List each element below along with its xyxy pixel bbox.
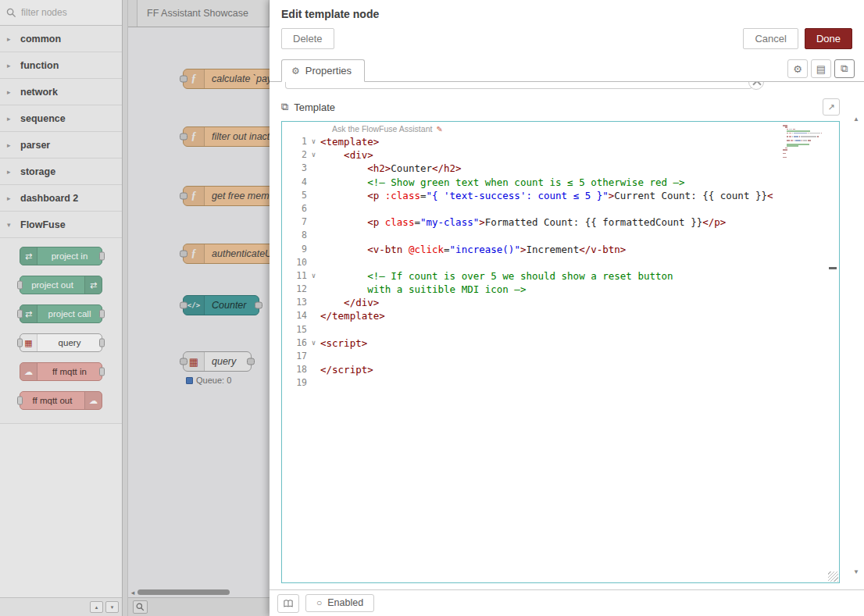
code-line: 11∨ <!— If count is over 5 we should sho… <box>282 269 839 283</box>
flow-node-filter-out-inacti[interactable]: ƒfilter out inacti <box>183 126 270 147</box>
done-button[interactable]: Done <box>805 28 852 49</box>
expand-all-button[interactable]: ▾ <box>105 601 119 613</box>
code-editor[interactable]: Ask the FlowFuse Assistant ✎ 1∨<template… <box>281 121 840 583</box>
assistant-hint-text: Ask the FlowFuse Assistant <box>332 124 432 134</box>
node-port[interactable] <box>255 302 262 309</box>
code-text[interactable]: <v-btn @click="increase()">Increment</v-… <box>320 243 626 256</box>
chevron-down-icon: ▾ <box>7 221 15 229</box>
code-line: 4 <!— Show green text when count is ≤ 5 … <box>282 176 839 189</box>
delete-button[interactable]: Delete <box>281 28 334 49</box>
category-label: FlowFuse <box>20 219 66 230</box>
tab-properties[interactable]: ⚙ Properties <box>281 59 365 82</box>
palette-search[interactable] <box>0 0 122 26</box>
node-port[interactable] <box>180 251 187 258</box>
flow-tab[interactable]: FF Assistant Showcase <box>137 0 270 27</box>
minimap[interactable] <box>783 125 828 160</box>
node-port[interactable] <box>17 281 23 290</box>
palette-node-project-call[interactable]: ⇄project call <box>20 304 102 323</box>
line-number: 9 <box>282 243 307 256</box>
code-text[interactable]: <h2>Counter</h2> <box>320 162 462 175</box>
node-port[interactable] <box>180 358 187 365</box>
code-text[interactable]: </div> <box>320 296 379 309</box>
tray-scroll-down-icon[interactable]: ▼ <box>853 568 859 575</box>
node-port[interactable] <box>99 368 105 376</box>
palette-category-FlowFuse[interactable]: ▾FlowFuse <box>0 212 122 238</box>
node-port[interactable] <box>180 193 187 200</box>
node-port[interactable] <box>180 302 187 309</box>
line-number: 15 <box>282 323 307 336</box>
fold-toggle-icon[interactable]: ∨ <box>307 336 320 350</box>
code-line: 2∨ <div> <box>282 148 839 162</box>
enabled-toggle[interactable]: ○ Enabled <box>305 594 374 612</box>
palette-resize-handle[interactable] <box>123 0 128 616</box>
node-port[interactable] <box>17 397 23 405</box>
queue-status-icon <box>186 377 193 384</box>
palette-node-ff-mqtt-in[interactable]: ☁ff mqtt in <box>20 362 102 381</box>
flow-node-counter[interactable]: </>Counter <box>183 295 259 315</box>
assistant-hint[interactable]: Ask the FlowFuse Assistant ✎ <box>332 124 443 134</box>
expand-editor-button[interactable]: ↗ <box>823 98 840 116</box>
category-label: network <box>20 87 58 98</box>
code-text[interactable]: <!— If count is over 5 we should show a … <box>320 269 673 283</box>
palette-node-project-in[interactable]: ⇄project in <box>20 247 102 265</box>
collapse-all-button[interactable]: ▴ <box>90 601 103 613</box>
scroll-up-indicator[interactable] <box>748 82 764 90</box>
palette-category-sequence[interactable]: ▸sequence <box>0 105 122 132</box>
code-text[interactable]: </template> <box>320 309 385 322</box>
description-button[interactable]: ▤ <box>811 59 831 78</box>
line-number: 14 <box>282 309 307 322</box>
code-line: 18</script> <box>282 363 839 376</box>
node-port[interactable] <box>17 310 23 319</box>
flow-tabbar: FF Assistant Showcase <box>128 0 270 27</box>
node-port[interactable] <box>180 134 187 141</box>
code-text[interactable]: <!— Show green text when count is ≤ 5 ot… <box>320 176 685 189</box>
tray-scroll-up-icon[interactable]: ▲ <box>853 116 859 123</box>
appearance-button[interactable]: ⧉ <box>834 59 855 78</box>
flow-node-query[interactable]: ▦query <box>183 351 252 372</box>
code-lines[interactable]: 1∨<template>2∨ <div>3 <h2>Counter</h2>4 … <box>282 135 839 390</box>
palette-category-function[interactable]: ▸function <box>0 52 122 79</box>
palette-category-dashboard-2[interactable]: ▸dashboard 2 <box>0 185 122 212</box>
code-text[interactable]: <div> <box>320 148 373 162</box>
line-number: 13 <box>282 296 307 309</box>
flow-node-get-free-memo[interactable]: ƒget free memo <box>183 186 270 206</box>
flow-canvas[interactable]: Queue: 0 ƒcalculate `payƒfilter out inac… <box>128 27 270 597</box>
node-port[interactable] <box>99 339 105 347</box>
palette-scroll-area[interactable]: ▸common▸function▸network▸sequence▸parser… <box>0 26 122 597</box>
palette-filter-input[interactable] <box>21 7 107 18</box>
fold-toggle-icon[interactable]: ∨ <box>307 135 320 148</box>
canvas-horizontal-scrollbar[interactable]: ◂ <box>128 588 270 596</box>
cancel-button[interactable]: Cancel <box>743 28 798 49</box>
scroll-left-icon[interactable]: ◂ <box>128 589 137 596</box>
node-port[interactable] <box>180 76 187 83</box>
fold-gutter <box>307 296 320 309</box>
palette-category-parser[interactable]: ▸parser <box>0 132 122 158</box>
zoom-search-button[interactable] <box>133 600 148 614</box>
library-button[interactable] <box>277 594 299 613</box>
palette-node-project-out[interactable]: project out⇄ <box>20 276 102 294</box>
node-port[interactable] <box>17 339 23 347</box>
code-text[interactable]: <p class="my-class">Formatted Count: {{ … <box>320 215 726 229</box>
fold-toggle-icon[interactable]: ∨ <box>307 148 320 162</box>
code-line: 12 with a suitible MDI icon —> <box>282 283 839 296</box>
flow-node-authenticateu[interactable]: ƒauthenticateU <box>183 244 270 264</box>
flow-node-calculate-pay[interactable]: ƒcalculate `pay <box>183 69 270 89</box>
palette-node-ff-mqtt-out[interactable]: ff mqtt out☁ <box>20 391 102 410</box>
palette-category-common[interactable]: ▸common <box>0 26 122 52</box>
code-text[interactable]: <template> <box>320 135 379 148</box>
node-port[interactable] <box>247 358 255 365</box>
node-settings-button[interactable]: ⚙ <box>787 59 808 78</box>
scrolled-input-fragment[interactable] <box>285 82 752 89</box>
code-text[interactable]: <p :class="{ 'text-success': count ≤ 5 }… <box>320 189 773 202</box>
node-port[interactable] <box>99 252 105 261</box>
code-text[interactable]: <script> <box>320 336 367 350</box>
palette-node-query[interactable]: ▦query <box>20 333 102 352</box>
palette-category-storage[interactable]: ▸storage <box>0 158 122 185</box>
code-text[interactable]: </script> <box>320 363 373 376</box>
node-port[interactable] <box>99 310 105 319</box>
code-text[interactable]: with a suitible MDI icon —> <box>320 283 526 296</box>
palette-category-network[interactable]: ▸network <box>0 79 122 105</box>
scrollbar-thumb[interactable] <box>137 589 230 595</box>
fold-toggle-icon[interactable]: ∨ <box>307 269 320 283</box>
editor-resize-grip[interactable] <box>828 571 838 582</box>
